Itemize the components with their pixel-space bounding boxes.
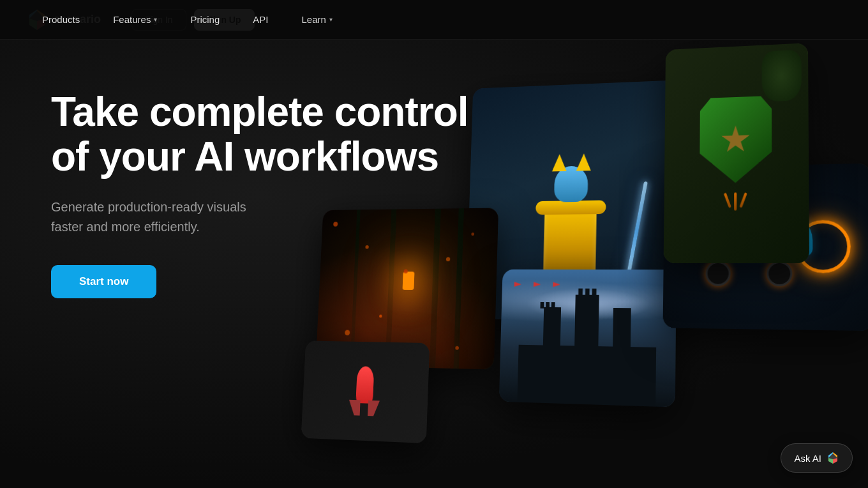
hero-title: Take complete control of your AI workflo…	[51, 89, 468, 179]
ask-ai-scenario-icon	[827, 452, 839, 464]
learn-chevron-icon: ▾	[329, 16, 333, 23]
ask-ai-label: Ask AI	[794, 453, 821, 464]
nav-products[interactable]: Products	[26, 0, 96, 40]
start-now-button[interactable]: Start now	[51, 265, 156, 298]
castle-card	[499, 270, 677, 408]
hero-section: Take complete control of your AI workflo…	[0, 0, 868, 488]
nav-api[interactable]: API	[236, 0, 285, 40]
navbar: scenario Products Features ▾ Pricing API…	[0, 0, 868, 40]
hero-subtitle: Generate production-ready visuals faster…	[51, 197, 370, 237]
features-chevron-icon: ▾	[154, 16, 157, 23]
hero-content: Take complete control of your AI workflo…	[51, 89, 468, 298]
nav-features[interactable]: Features ▾	[96, 0, 174, 40]
nav-pricing[interactable]: Pricing	[174, 0, 236, 40]
ask-ai-button[interactable]: Ask AI	[781, 443, 853, 473]
rocket-card	[301, 340, 430, 443]
nav-learn[interactable]: Learn ▾	[285, 0, 348, 40]
nav-links: Products Features ▾ Pricing API Learn ▾	[0, 0, 868, 40]
shield-card	[664, 43, 809, 263]
